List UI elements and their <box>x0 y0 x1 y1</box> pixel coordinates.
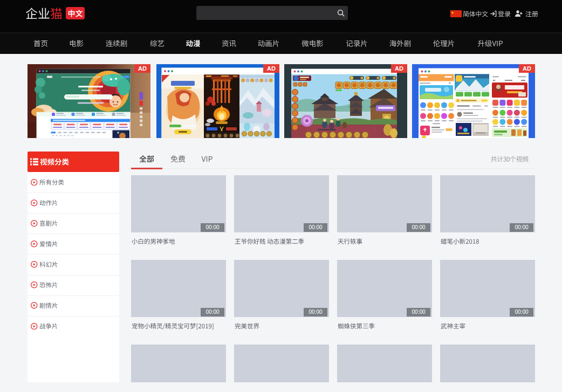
svg-text:AD: AD <box>138 65 147 72</box>
svg-text:AD: AD <box>395 65 403 72</box>
svg-text:AD: AD <box>523 65 531 72</box>
svg-text:AD: AD <box>267 65 276 72</box>
